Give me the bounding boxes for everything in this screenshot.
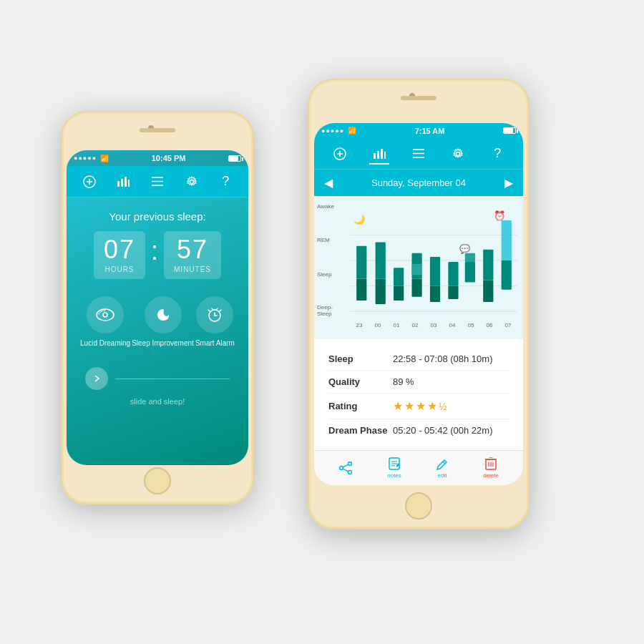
svg-rect-22	[384, 152, 386, 159]
feature-lucid-dreaming[interactable]: Lucid Dreaming	[80, 296, 130, 347]
svg-rect-39	[411, 264, 421, 275]
svg-rect-4	[121, 179, 123, 187]
next-day-button[interactable]: ▶	[504, 176, 513, 190]
sleep-value: 22:58 - 07:08 (08h 10m)	[393, 353, 492, 364]
slide-button[interactable]	[85, 367, 108, 390]
x-06: 06	[487, 322, 493, 328]
svg-rect-48	[502, 220, 512, 260]
x-02: 02	[412, 322, 419, 328]
svg-text:🌙: 🌙	[353, 213, 366, 225]
phone2-nav-chart[interactable]	[369, 144, 389, 164]
svg-rect-47	[483, 280, 493, 302]
phone1-time: 10:45 PM	[152, 154, 186, 162]
x-05: 05	[468, 322, 474, 328]
signal-bars2: ●●●●● 📶	[321, 127, 356, 135]
y-label-awake: Awake	[317, 203, 334, 210]
time-display: 07 Hours : 57 Minutes	[94, 231, 221, 279]
dream-phase-value: 05:20 - 05:42 (00h 22m)	[393, 425, 492, 436]
share-button[interactable]	[338, 462, 353, 474]
edit-button[interactable]: edit	[436, 457, 449, 479]
nav-list[interactable]	[147, 172, 167, 192]
phone2-nav-plus[interactable]	[330, 144, 350, 164]
sleep-improvement-label: Sleep Improvement	[132, 339, 194, 347]
svg-rect-21	[381, 149, 383, 159]
edit-label: edit	[438, 472, 447, 479]
lucid-dreaming-label: Lucid Dreaming	[80, 339, 130, 347]
time-colon: :	[151, 236, 158, 266]
svg-rect-35	[394, 268, 404, 286]
phone1-status-bar: ●●●●● 📶 10:45 PM	[67, 150, 248, 166]
phone2-home[interactable]	[405, 492, 432, 519]
smart-alarm-icon	[196, 296, 233, 333]
svg-rect-6	[128, 180, 130, 187]
hours-value: 07	[104, 237, 135, 263]
minutes-box: 57 Minutes	[164, 231, 221, 279]
feature-icons: Lucid Dreaming Sleep Improvement Smart A…	[74, 296, 241, 347]
svg-point-53	[348, 462, 352, 465]
nav-gear[interactable]	[182, 172, 202, 192]
delete-button[interactable]: delete	[483, 457, 499, 479]
svg-point-54	[340, 466, 343, 469]
phone2-nav: ?	[314, 139, 523, 170]
phone2: ●●●●● 📶 7:15 AM	[308, 79, 530, 530]
rating-stars: ★★★★½	[393, 399, 449, 413]
current-date: Sunday, September 04	[371, 177, 466, 188]
chart-area: Awake REM Sleep Deep-Sleep	[314, 196, 523, 339]
chart-y-labels: Awake REM Sleep Deep-Sleep	[317, 203, 334, 318]
minutes-value: 57	[174, 237, 211, 263]
svg-rect-45	[465, 253, 475, 262]
svg-rect-43	[448, 286, 458, 299]
svg-text:💬: 💬	[459, 243, 471, 255]
feature-smart-alarm[interactable]: Smart Alarm	[195, 296, 235, 347]
x-03: 03	[431, 322, 437, 328]
quality-value: 89 %	[393, 376, 414, 387]
x-07: 07	[505, 322, 512, 328]
delete-icon	[485, 457, 497, 470]
nav-help[interactable]: ?	[215, 172, 235, 192]
x-01: 01	[394, 322, 400, 328]
x-00: 00	[375, 322, 381, 328]
sleep-title: Your previous sleep:	[109, 210, 205, 223]
quality-label: Quality	[328, 376, 393, 387]
phone2-content: ●●●●● 📶 7:15 AM	[314, 123, 523, 485]
feature-sleep-improvement[interactable]: Sleep Improvement	[132, 296, 194, 347]
nav-chart[interactable]	[113, 172, 133, 192]
svg-rect-20	[377, 151, 379, 159]
phone1-home[interactable]	[144, 467, 171, 494]
svg-rect-3	[117, 181, 119, 187]
phone1-battery	[228, 155, 241, 162]
nav-plus[interactable]	[79, 172, 99, 192]
y-label-rem: REM	[317, 237, 334, 243]
stat-dream-phase: Dream Phase 05:20 - 05:42 (00h 22m)	[328, 419, 509, 441]
svg-rect-36	[394, 286, 404, 301]
svg-rect-38	[411, 278, 421, 296]
share-icon	[338, 462, 353, 474]
prev-day-button[interactable]: ◀	[324, 176, 333, 190]
svg-point-26	[457, 152, 460, 155]
phone1-content: ●●●●● 📶 10:45 PM	[67, 150, 248, 465]
phone2-nav-help[interactable]: ?	[487, 144, 507, 164]
hours-box: 07 Hours	[94, 231, 145, 279]
svg-rect-32	[356, 278, 366, 301]
svg-rect-44	[465, 262, 475, 282]
minutes-label: Minutes	[174, 265, 211, 273]
svg-rect-5	[125, 177, 127, 187]
phone1-nav: ?	[67, 166, 248, 197]
phone1-speaker	[140, 128, 175, 132]
stat-sleep: Sleep 22:58 - 07:08 (08h 10m)	[328, 348, 509, 371]
dream-phase-label: Dream Phase	[328, 425, 393, 436]
notes-button[interactable]: notes	[387, 457, 401, 479]
smart-alarm-label: Smart Alarm	[195, 339, 235, 347]
hours-label: Hours	[104, 265, 135, 273]
stats-section: Sleep 22:58 - 07:08 (08h 10m) Quality 89…	[314, 339, 523, 450]
svg-rect-46	[483, 250, 493, 280]
svg-text:⏰: ⏰	[494, 210, 506, 222]
svg-rect-49	[502, 260, 512, 290]
phone2-speaker	[401, 96, 436, 100]
phone2-status-bar: ●●●●● 📶 7:15 AM	[314, 123, 523, 139]
notes-label: notes	[387, 472, 401, 479]
phone2-battery	[503, 127, 516, 134]
phone2-nav-gear[interactable]	[448, 144, 468, 164]
chart-x-labels: 23 00 01 02 03 04 05 06 07	[350, 322, 517, 328]
phone2-nav-list[interactable]	[409, 144, 429, 164]
